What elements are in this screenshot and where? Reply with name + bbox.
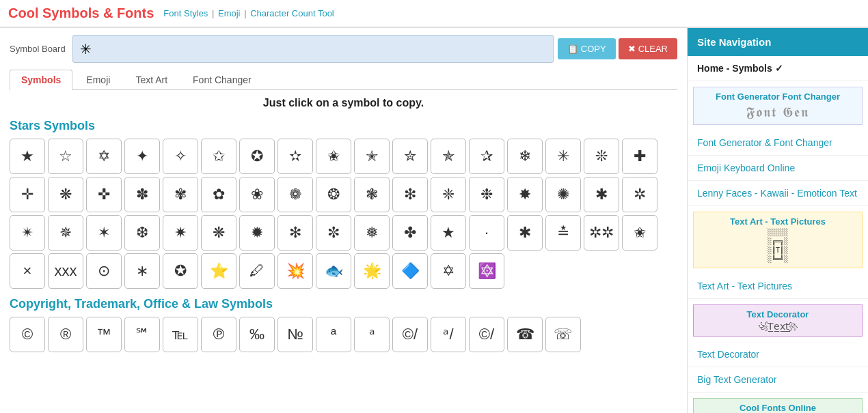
symbol-cell[interactable]: ª bbox=[316, 317, 351, 352]
symbol-cell[interactable]: × bbox=[10, 253, 45, 289]
symbol-cell[interactable]: ❈ bbox=[431, 177, 466, 212]
symbol-cell[interactable]: ★ bbox=[10, 139, 45, 174]
symbol-cell[interactable]: ✯ bbox=[431, 139, 466, 174]
symbol-cell[interactable]: ✱ bbox=[584, 177, 619, 212]
symbol-cell[interactable]: ✿ bbox=[201, 177, 236, 212]
symbol-cell[interactable]: ✪ bbox=[239, 139, 275, 174]
symbol-cell[interactable]: ✫ bbox=[277, 139, 313, 174]
symbol-cell[interactable]: ✳ bbox=[545, 139, 581, 174]
symbol-cell[interactable]: ≛ bbox=[545, 215, 581, 251]
sidebar-font-gen-title[interactable]: Font Generator Font Changer bbox=[698, 91, 858, 102]
symbol-cell[interactable]: ✵ bbox=[48, 215, 83, 251]
symbol-cell[interactable]: ℡ bbox=[163, 317, 198, 352]
nav-font-styles[interactable]: Font Styles bbox=[163, 8, 208, 18]
symbol-board-input[interactable] bbox=[72, 35, 554, 63]
symbol-cell[interactable]: ❋ bbox=[201, 215, 236, 251]
symbol-cell[interactable]: ⭐ bbox=[201, 253, 236, 289]
symbol-cell[interactable]: ⊙ bbox=[86, 253, 122, 289]
symbol-cell[interactable]: 🔯 bbox=[469, 253, 504, 289]
symbol-cell[interactable]: ☏ bbox=[545, 317, 581, 352]
symbol-cell[interactable]: 🌟 bbox=[354, 253, 390, 289]
symbol-cell[interactable]: ✬ bbox=[316, 139, 351, 174]
sidebar-item-text-decorator[interactable]: Text Decorator bbox=[688, 342, 868, 367]
symbol-cell[interactable]: ✬ bbox=[622, 215, 657, 251]
symbol-cell[interactable]: ✼ bbox=[316, 215, 351, 251]
clear-button[interactable]: ✖ CLEAR bbox=[619, 38, 677, 59]
tab-emoji[interactable]: Emoji bbox=[74, 70, 122, 89]
symbol-cell[interactable]: ❁ bbox=[277, 177, 313, 212]
symbol-cell[interactable]: ✹ bbox=[239, 215, 275, 251]
symbol-cell[interactable]: ❂ bbox=[316, 177, 351, 212]
symbol-cell[interactable]: ✛ bbox=[10, 177, 45, 212]
symbol-cell[interactable]: ★ bbox=[431, 215, 466, 251]
sidebar-item-home[interactable]: Home - Symbols ✓ bbox=[688, 56, 868, 81]
tab-text-art[interactable]: Text Art bbox=[124, 70, 179, 89]
nav-character-count[interactable]: Character Count Tool bbox=[250, 8, 334, 18]
symbol-cell[interactable]: ℗ bbox=[201, 317, 236, 352]
symbol-cell[interactable]: № bbox=[277, 317, 313, 352]
symbol-cell[interactable]: ✦ bbox=[124, 139, 160, 174]
symbol-cell[interactable]: ᵃ/ bbox=[431, 317, 466, 352]
symbol-cell[interactable]: 💥 bbox=[277, 253, 313, 289]
symbol-cell[interactable]: ✺ bbox=[545, 177, 581, 212]
symbol-cell[interactable]: ✩ bbox=[201, 139, 236, 174]
symbol-cell[interactable]: ✻ bbox=[277, 215, 313, 251]
symbol-cell[interactable]: ✶ bbox=[86, 215, 122, 251]
sidebar-item-big-text[interactable]: Big Text Generator bbox=[688, 367, 868, 393]
symbol-cell[interactable]: ∗ bbox=[124, 253, 160, 289]
symbol-cell[interactable]: xxx bbox=[48, 253, 83, 289]
symbol-cell[interactable]: ❇ bbox=[392, 177, 428, 212]
symbol-cell[interactable]: ✰ bbox=[469, 139, 504, 174]
symbol-cell[interactable]: ❄ bbox=[507, 139, 543, 174]
symbol-cell[interactable]: · bbox=[469, 215, 504, 251]
symbol-cell[interactable]: ✽ bbox=[124, 177, 160, 212]
sidebar-item-emoji[interactable]: Emoji Keyboard Online bbox=[688, 156, 868, 181]
symbol-cell[interactable]: ☆ bbox=[48, 139, 83, 174]
sidebar-item-lenny[interactable]: Lenny Faces - Kawaii - Emoticon Text bbox=[688, 181, 868, 206]
symbol-cell[interactable]: ❋ bbox=[48, 177, 83, 212]
symbol-cell[interactable]: ✲ bbox=[622, 177, 657, 212]
symbol-cell[interactable]: ✮ bbox=[392, 139, 428, 174]
symbol-cell[interactable]: ☎ bbox=[507, 317, 543, 352]
nav-emoji[interactable]: Emoji bbox=[218, 8, 241, 18]
tab-font-changer[interactable]: Font Changer bbox=[181, 70, 263, 89]
symbol-cell[interactable]: 🖊 bbox=[239, 253, 275, 289]
symbol-cell[interactable]: ❉ bbox=[469, 177, 504, 212]
tabs: Symbols Emoji Text Art Font Changer bbox=[10, 70, 677, 90]
symbol-cell[interactable]: ✭ bbox=[354, 139, 390, 174]
symbol-cell[interactable]: ✾ bbox=[163, 177, 198, 212]
symbol-cell[interactable]: ©/ bbox=[469, 317, 504, 352]
copyright-symbol-grid: ©®™℠℡℗‰№ªᵃ©/ᵃ/©/☎☏ bbox=[10, 317, 677, 352]
symbol-cell[interactable]: ✤ bbox=[392, 215, 428, 251]
symbol-cell[interactable]: ❀ bbox=[239, 177, 275, 212]
symbol-cell[interactable]: ✱ bbox=[507, 215, 543, 251]
symbol-cell[interactable]: ✡ bbox=[86, 139, 122, 174]
symbol-cell[interactable]: ❅ bbox=[354, 215, 390, 251]
symbol-cell[interactable]: ℠ bbox=[124, 317, 160, 352]
symbol-cell[interactable]: © bbox=[10, 317, 45, 352]
symbol-cell[interactable]: ™ bbox=[86, 317, 122, 352]
layout: Symbol Board 📋 COPY ✖ CLEAR Symbols Emoj… bbox=[0, 28, 868, 413]
symbol-cell[interactable]: ✷ bbox=[163, 215, 198, 251]
symbol-cell[interactable]: ❆ bbox=[124, 215, 160, 251]
tab-symbols[interactable]: Symbols bbox=[10, 70, 72, 90]
symbol-cell[interactable]: ✴ bbox=[10, 215, 45, 251]
symbol-cell[interactable]: ❊ bbox=[584, 139, 619, 174]
symbol-cell[interactable]: 🐟 bbox=[316, 253, 351, 289]
symbol-cell[interactable]: ® bbox=[48, 317, 83, 352]
symbol-cell[interactable]: ✸ bbox=[507, 177, 543, 212]
symbol-cell[interactable]: ❃ bbox=[354, 177, 390, 212]
symbol-cell[interactable]: ᵃ bbox=[354, 317, 390, 352]
symbol-cell[interactable]: ✲✲ bbox=[584, 215, 619, 251]
sidebar-item-text-art[interactable]: Text Art - Text Pictures bbox=[688, 274, 868, 299]
copy-button[interactable]: 📋 COPY bbox=[558, 38, 616, 59]
symbol-cell[interactable]: ©/ bbox=[392, 317, 428, 352]
symbol-cell[interactable]: ✜ bbox=[86, 177, 122, 212]
sidebar-item-font-gen[interactable]: Font Generator & Font Changer bbox=[688, 130, 868, 156]
symbol-cell[interactable]: ✚ bbox=[622, 139, 657, 174]
symbol-cell[interactable]: ‰ bbox=[239, 317, 275, 352]
symbol-cell[interactable]: ✪ bbox=[163, 253, 198, 289]
symbol-cell[interactable]: ✡ bbox=[431, 253, 466, 289]
symbol-cell[interactable]: ✧ bbox=[163, 139, 198, 174]
symbol-cell[interactable]: 🔷 bbox=[392, 253, 428, 289]
